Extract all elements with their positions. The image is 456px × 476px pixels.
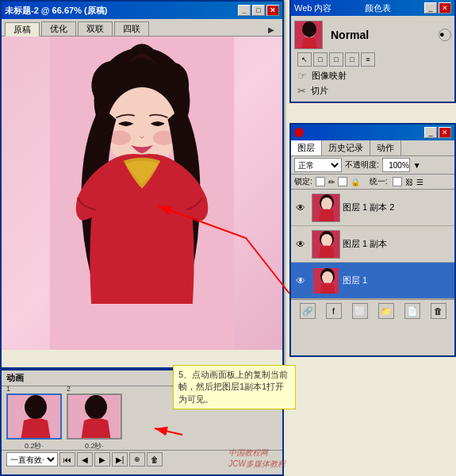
tooltip-text: 5、点动画面板上的复制当前帧，然后把图层1副本1打开为可见。 xyxy=(178,370,288,404)
main-title-bar: 未标题-2 @ 66.67% (原稿) _ □ ✕ xyxy=(2,2,282,19)
layer-name-copy1: 图层 1 副本 xyxy=(343,238,451,250)
layers-title-bar: _ ✕ xyxy=(291,125,454,140)
tab-layers[interactable]: 图层 xyxy=(291,140,322,155)
image-map-label: 图像映射 xyxy=(312,70,347,82)
normal-label: Normal xyxy=(331,29,369,41)
web-panel-body: Normal ● ↖ □ □ □ ≡ ☞ 图像映射 ✂ 切片 xyxy=(291,16,454,102)
layer-row-copy1[interactable]: 👁 图层 1 副本 xyxy=(291,226,454,263)
svg-point-21 xyxy=(25,395,47,419)
svg-point-14 xyxy=(321,234,332,247)
icon-btn-4[interactable]: □ xyxy=(345,52,359,67)
anim-frame-2[interactable]: 2 0.2秒· xyxy=(67,385,122,451)
layer-row-copy2[interactable]: 👁 图层 1 副本 2 xyxy=(291,190,454,226)
frame-thumb-2[interactable] xyxy=(67,393,122,440)
image-map-icon: ☞ xyxy=(297,70,307,82)
anim-play-btn[interactable]: ▶ xyxy=(94,452,110,466)
layer-eye-copy2[interactable]: 👁 xyxy=(294,202,307,214)
chain-icon: ⛓ xyxy=(405,178,413,186)
web-menu-slice[interactable]: ✂ 切片 xyxy=(294,83,451,98)
svg-point-11 xyxy=(321,198,332,210)
layer-thumb-copy1 xyxy=(312,230,340,259)
tab-quad[interactable]: 四联 xyxy=(114,21,149,36)
watermark-line2: JCW多媒体教程 xyxy=(228,459,285,470)
lock-checkbox-1[interactable] xyxy=(316,177,325,186)
icon-btn-1[interactable]: ↖ xyxy=(297,52,312,67)
watermark-line1: 中国教程网 xyxy=(228,447,285,459)
slice-icon: ✂ xyxy=(297,85,306,97)
lock-checkbox-2[interactable] xyxy=(338,177,347,186)
tab-double[interactable]: 双联 xyxy=(78,21,113,36)
icon-btn-3[interactable]: □ xyxy=(329,52,343,67)
web-panel-subtitle-label: 颜色表 xyxy=(365,2,391,14)
layers-panel: _ ✕ 图层 历史记录 动作 正常 不透明度: ▼ 锁定: ✏ 🔒 统一: ⛓ … xyxy=(289,123,456,357)
svg-point-17 xyxy=(322,271,333,284)
anim-prev-btn[interactable]: ◀ xyxy=(77,452,93,466)
anim-next-btn[interactable]: ▶| xyxy=(112,452,128,466)
web-panel-normal-row: Normal ● xyxy=(294,19,451,51)
layers-controls: 正常 不透明度: ▼ xyxy=(291,156,454,175)
layers-close[interactable]: ✕ xyxy=(439,127,451,138)
anim-copy-btn[interactable]: ⊕ xyxy=(129,452,145,466)
tab-history[interactable]: 历史记录 xyxy=(322,140,370,155)
layer-row-1[interactable]: 👁 图层 1 xyxy=(291,263,454,299)
web-panel-title-bar: Web 内容 颜色表 _ ✕ xyxy=(291,0,454,16)
layers-panel-icon xyxy=(294,128,304,137)
layer-folder-btn[interactable]: 📁 xyxy=(378,303,394,319)
web-circle-icon[interactable]: ● xyxy=(439,29,451,41)
frame-thumb-1[interactable] xyxy=(6,393,62,440)
web-panel-icon-row: ↖ □ □ □ ≡ xyxy=(294,51,451,68)
layer-link-btn[interactable]: 🔗 xyxy=(300,303,316,319)
tab-optimize[interactable]: 优化 xyxy=(41,21,76,36)
layer-new-btn[interactable]: 📄 xyxy=(404,303,420,319)
layer-mask-btn[interactable]: ⬜ xyxy=(352,303,368,319)
loop-select[interactable]: 一直有效· xyxy=(6,452,58,466)
frame-duration-1: 0.2秒· xyxy=(25,441,44,451)
layers-list: 👁 图层 1 副本 2 👁 xyxy=(291,190,454,299)
web-panel-title-label: Web 内容 xyxy=(294,2,331,14)
slice-label: 切片 xyxy=(311,85,328,97)
web-content-panel: Web 内容 颜色表 _ ✕ Normal ● ↖ □ □ □ ≡ xyxy=(289,0,456,103)
unified-checkbox[interactable] xyxy=(393,177,402,186)
layers-minimize[interactable]: _ xyxy=(424,127,437,138)
layer-eye-copy1[interactable]: 👁 xyxy=(294,238,307,251)
close-button[interactable]: ✕ xyxy=(266,5,279,16)
opacity-input[interactable] xyxy=(382,158,410,172)
opacity-label: 不透明度: xyxy=(345,159,379,171)
layers-tabs: 图层 历史记录 动作 xyxy=(291,140,454,156)
lock-row: 锁定: ✏ 🔒 统一: ⛓ ☰ xyxy=(291,175,454,190)
icon-btn-5[interactable]: ≡ xyxy=(361,52,375,67)
layer-thumb-1 xyxy=(312,267,340,295)
icon-btn-2[interactable]: □ xyxy=(313,52,328,67)
anim-delete-btn[interactable]: 🗑 xyxy=(147,452,163,466)
main-canvas-window: 未标题-2 @ 66.67% (原稿) _ □ ✕ 原稿 优化 双联 四联 ▶ xyxy=(0,0,284,369)
layer-options-icon: ☰ xyxy=(416,178,423,186)
frame-duration-2: 0.2秒· xyxy=(85,441,104,451)
svg-point-2 xyxy=(125,44,159,84)
lock-icon: 🔒 xyxy=(351,178,360,186)
unified-label: 统一: xyxy=(370,176,388,187)
tab-actions[interactable]: 动作 xyxy=(370,140,401,155)
lock-pencil-icon: ✏ xyxy=(328,178,335,186)
web-panel-minimize[interactable]: _ xyxy=(424,2,437,13)
layer-delete-btn[interactable]: 🗑 xyxy=(431,303,446,319)
layers-bottom-toolbar: 🔗 f ⬜ 📁 📄 🗑 xyxy=(291,299,454,322)
canvas-area xyxy=(2,36,282,350)
svg-point-8 xyxy=(302,21,316,37)
frame-num-2: 2 xyxy=(67,385,71,393)
tab-bar: 原稿 优化 双联 四联 ▶ xyxy=(2,19,282,36)
anim-first-btn[interactable]: ⏮ xyxy=(59,452,75,466)
blend-mode-select[interactable]: 正常 xyxy=(294,158,342,172)
tab-original[interactable]: 原稿 xyxy=(5,22,40,36)
tab-arrow-icon[interactable]: ▶ xyxy=(263,24,279,36)
web-menu-image-map[interactable]: ☞ 图像映射 xyxy=(294,68,451,83)
layer-effect-btn[interactable]: f xyxy=(326,303,342,319)
svg-point-25 xyxy=(85,395,107,419)
anim-frame-1[interactable]: 1 0.2秒· xyxy=(6,385,62,451)
window-controls: _ □ ✕ xyxy=(238,5,279,16)
maximize-button[interactable]: □ xyxy=(252,5,265,16)
lock-label: 锁定: xyxy=(294,176,312,187)
dropdown-icon[interactable]: ▼ xyxy=(413,161,421,170)
layer-eye-1[interactable]: 👁 xyxy=(294,274,307,287)
minimize-button[interactable]: _ xyxy=(238,5,251,16)
web-panel-close[interactable]: ✕ xyxy=(439,2,451,13)
